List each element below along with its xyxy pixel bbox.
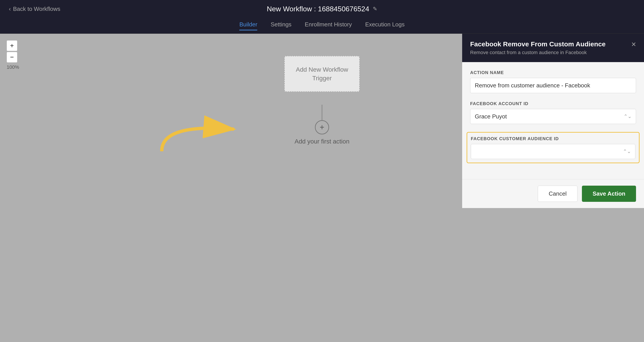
canvas-area: + − 100% Add New Workflow Trigger + Add …	[0, 34, 644, 342]
fb-audience-label: FACEBOOK CUSTOMER AUDIENCE ID	[471, 136, 635, 141]
fb-audience-select[interactable]	[471, 144, 635, 159]
action-name-field-group: ACTION NAME	[470, 70, 636, 93]
fb-account-label: FACEBOOK ACCOUNT ID	[470, 101, 636, 106]
tab-builder[interactable]: Builder	[239, 21, 257, 30]
panel-title: Facebook Remove From Custom Audience	[470, 40, 606, 48]
zoom-out-button[interactable]: −	[7, 52, 17, 62]
panel-subtitle: Remove contact from a custom audience in…	[470, 50, 606, 56]
add-action-plus-button[interactable]: +	[315, 120, 329, 134]
panel-header: Facebook Remove From Custom Audience Rem…	[462, 34, 644, 62]
panel-title-block: Facebook Remove From Custom Audience Rem…	[470, 40, 606, 56]
trigger-box[interactable]: Add New Workflow Trigger	[284, 56, 360, 92]
tab-settings[interactable]: Settings	[270, 21, 292, 30]
back-arrow-icon: ‹	[9, 6, 11, 12]
cancel-button[interactable]: Cancel	[538, 186, 578, 202]
save-action-button[interactable]: Save Action	[582, 186, 636, 202]
action-name-input[interactable]	[470, 78, 636, 93]
tab-bar: Builder Settings Enrollment History Exec…	[0, 18, 644, 34]
connector-line	[321, 105, 323, 122]
close-panel-button[interactable]: ×	[631, 40, 636, 48]
tab-execution-logs[interactable]: Execution Logs	[365, 21, 405, 30]
yellow-arrow-annotation	[151, 107, 244, 151]
back-to-workflows-link[interactable]: ‹ Back to Workflows	[9, 6, 60, 12]
top-nav: ‹ Back to Workflows New Workflow : 16884…	[0, 0, 644, 18]
zoom-level-label: 100%	[7, 64, 19, 70]
workflow-title-bar: New Workflow : 1688450676524 ✎	[267, 5, 377, 13]
panel-footer: Cancel Save Action	[462, 179, 644, 208]
add-first-action-label: Add your first action	[294, 138, 349, 145]
edit-title-icon[interactable]: ✎	[373, 6, 377, 12]
zoom-controls: + − 100%	[7, 40, 19, 70]
trigger-box-text: Add New Workflow Trigger	[296, 66, 348, 82]
zoom-in-button[interactable]: +	[7, 40, 17, 51]
workflow-title-text: New Workflow : 1688450676524	[267, 5, 369, 13]
fb-audience-field-group: FACEBOOK CUSTOMER AUDIENCE ID ⌃⌄	[466, 132, 640, 163]
fb-audience-select-wrapper: ⌃⌄	[471, 144, 635, 159]
fb-account-select-wrapper: Grace Puyot ⌃⌄	[470, 109, 636, 124]
fb-account-select[interactable]: Grace Puyot	[470, 109, 636, 124]
action-name-label: ACTION NAME	[470, 70, 636, 75]
fb-account-field-group: FACEBOOK ACCOUNT ID Grace Puyot ⌃⌄	[470, 101, 636, 124]
back-label: Back to Workflows	[13, 6, 60, 12]
right-panel: Facebook Remove From Custom Audience Rem…	[462, 34, 644, 208]
panel-body: ACTION NAME FACEBOOK ACCOUNT ID Grace Pu…	[462, 62, 644, 179]
tab-enrollment-history[interactable]: Enrollment History	[305, 21, 352, 30]
